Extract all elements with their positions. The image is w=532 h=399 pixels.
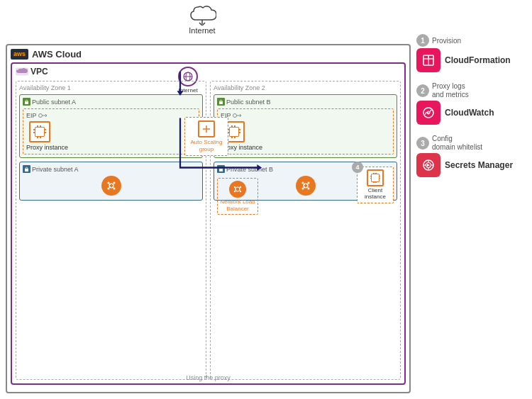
proxy-instance-b: EIP [217, 108, 394, 154]
private-subnet-a-label: Private subnet A [32, 166, 79, 173]
cw-name: CloudWatch [445, 108, 494, 118]
vpc-label-text: VPC [31, 67, 48, 77]
lock-blue-b [217, 165, 225, 173]
service-cloudwatch: 2 Proxy logsand metrics CloudWatch [416, 82, 526, 125]
svg-point-6 [38, 114, 42, 118]
internet-cloud-icon [188, 6, 216, 26]
private-subnet-b-label: Private subnet B [226, 166, 273, 173]
svg-point-25 [234, 186, 235, 188]
step1-circle: 1 [416, 34, 429, 47]
svg-point-10 [107, 182, 109, 184]
lock-green-b [217, 98, 225, 106]
svg-point-30 [301, 182, 304, 184]
vpc-box: VPC InternetGateway [11, 62, 406, 385]
nlb-label: Network LoadBalancer [220, 198, 255, 212]
sm-svg-icon [421, 158, 436, 172]
svg-rect-5 [25, 101, 28, 104]
net-node-b [296, 176, 316, 196]
aws-logo: aws [11, 49, 28, 60]
service-secrets-manager: 3 Configdomain whitelist Secre [416, 135, 526, 177]
nlb-icon [229, 181, 246, 198]
private-subnet-a: Private subnet A [19, 162, 203, 201]
chip-icon-a [29, 121, 50, 142]
lock-blue-a [23, 165, 31, 173]
az2: Availability Zone 2 Public subnet B [210, 81, 401, 380]
az-container: Availability Zone 1 Public subnet A [16, 81, 401, 380]
client-instance: 4 [357, 167, 394, 203]
auto-scaling-icon [198, 120, 215, 137]
private-subnet-b: Private subnet B [214, 162, 397, 201]
aws-header: aws AWS Cloud [11, 49, 406, 60]
svg-rect-20 [219, 101, 223, 104]
net-node-a [101, 176, 121, 196]
proxy-instance-a: EIP [23, 108, 199, 154]
service2-step-label: Proxy logsand metrics [432, 82, 469, 99]
sm-name: Secrets Manager [445, 160, 513, 170]
cf-icon [416, 48, 440, 72]
auto-scaling-group: Auto Scalinggroup [184, 117, 228, 156]
eip-arrow-b [233, 112, 243, 119]
service1-step-label: Provision [432, 37, 461, 45]
lock-green-a [23, 98, 31, 106]
eip-arrow-a [38, 112, 48, 119]
sm-icon [416, 153, 440, 177]
svg-point-33 [307, 188, 309, 190]
service-cloudformation: 1 Provision CloudFormation [416, 34, 526, 72]
svg-point-12 [107, 188, 109, 190]
cf-name: CloudFormation [445, 55, 511, 65]
vpc-label: VPC [16, 67, 48, 77]
step3-circle: 3 [416, 137, 429, 150]
client-label: Clientinstance [365, 187, 386, 201]
cw-svg-icon [421, 106, 436, 120]
svg-point-28 [240, 191, 241, 192]
step2-circle: 2 [416, 84, 429, 97]
net-icon-a [106, 180, 117, 191]
right-panel: 1 Provision CloudFormation [416, 6, 526, 393]
internet-label: Internet [189, 26, 215, 35]
proxy-instance-a-label: Proxy instance [26, 144, 68, 151]
public-subnet-b-label: Public subnet B [226, 99, 271, 106]
svg-point-32 [301, 188, 304, 190]
az2-label: Availability Zone 2 [214, 84, 397, 91]
public-subnet-b: Public subnet B EIP [214, 94, 397, 158]
svg-point-24 [235, 187, 240, 191]
step4-circle: 4 [352, 162, 363, 173]
svg-point-42 [428, 57, 429, 58]
internet-section: Internet [188, 6, 216, 35]
svg-point-26 [240, 186, 241, 188]
svg-point-13 [113, 188, 115, 190]
az1-label: Availability Zone 1 [19, 84, 203, 91]
net-icon-b [300, 180, 311, 191]
cw-icon [416, 101, 440, 125]
service3-step-label: Configdomain whitelist [432, 135, 482, 152]
aws-cloud-box: aws AWS Cloud VPC [6, 44, 411, 393]
svg-rect-23 [219, 169, 223, 172]
using-proxy-label: Using the proxy [186, 374, 231, 381]
eip-label-a: EIP [26, 112, 37, 119]
svg-point-31 [307, 182, 309, 184]
aws-cloud-label: AWS Cloud [32, 49, 82, 60]
cf-svg-icon [421, 53, 436, 67]
svg-rect-8 [25, 169, 28, 172]
az1: Availability Zone 1 Public subnet A [16, 81, 206, 380]
svg-point-11 [113, 182, 115, 184]
nlb-box: Network LoadBalancer [217, 178, 258, 215]
svg-point-21 [233, 114, 236, 118]
client-chip-icon [367, 169, 384, 186]
auto-scaling-label: Auto Scalinggroup [191, 139, 223, 152]
vpc-icon [16, 67, 28, 77]
svg-point-27 [234, 191, 235, 192]
public-subnet-a: Public subnet A EIP [19, 94, 203, 158]
public-subnet-a-label: Public subnet A [32, 99, 76, 106]
nlb-svg-icon [233, 184, 243, 194]
